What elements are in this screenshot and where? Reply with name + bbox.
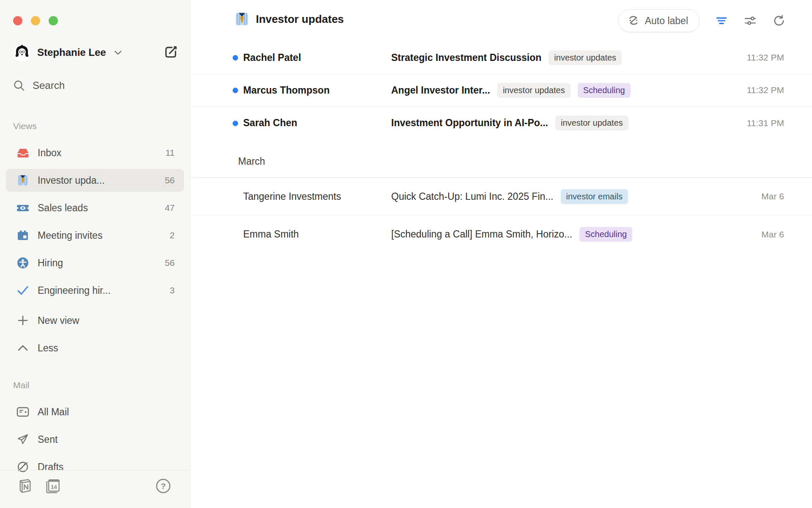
avatar: [13, 44, 31, 61]
necktie-emoji-icon: [16, 174, 29, 186]
email-subject: [Scheduling a Call] Emma Smith, Horizo..…: [391, 229, 572, 240]
sidebar-item-engineering-hiring[interactable]: Engineering hir... 3: [6, 279, 184, 302]
email-sender: Rachel Patel: [243, 52, 391, 64]
calendar-14-icon[interactable]: 14: [45, 478, 60, 494]
search-label: Search: [33, 80, 65, 91]
filter-icon[interactable]: [715, 14, 728, 28]
email-time: Mar 6: [761, 229, 784, 240]
account-switcher[interactable]: Stephanie Lee: [13, 43, 179, 62]
page-title: Investor updates: [256, 13, 344, 26]
sidebar-item-count: 47: [165, 203, 175, 213]
unread-dot: [233, 88, 238, 93]
sidebar-item-all-mail[interactable]: All Mail: [6, 400, 184, 423]
necktie-emoji-icon: [235, 12, 249, 26]
minimize-window-button[interactable]: [31, 16, 40, 25]
help-icon[interactable]: ?: [155, 478, 171, 494]
new-view-button[interactable]: New view: [6, 309, 184, 332]
email-list: Rachel Patel Strategic Investment Discus…: [190, 41, 812, 253]
sidebar-item-label: Investor upda...: [38, 175, 160, 186]
sidebar-item-inbox[interactable]: Inbox 11: [6, 141, 184, 164]
sidebar-item-count: 56: [165, 258, 175, 268]
sidebar: Stephanie Lee Search Views: [0, 0, 190, 508]
inbox-icon: [16, 147, 29, 159]
auto-label-button[interactable]: Auto label: [618, 9, 700, 32]
unread-dot: [233, 121, 238, 126]
sidebar-item-label: Sent: [38, 434, 175, 445]
auto-label-squiggle-icon: [627, 14, 640, 27]
sidebar-item-label: Meeting invites: [38, 230, 165, 241]
checkmark-icon: [16, 284, 29, 296]
calendar-icon: [16, 229, 29, 241]
email-row[interactable]: Sarah Chen Investment Opportunity in AI-…: [190, 107, 812, 139]
views-section-header: Views: [0, 121, 37, 131]
main-panel: Investor updates Auto label: [190, 0, 812, 508]
email-sender: Sarah Chen: [243, 117, 391, 129]
email-subject: Angel Investor Inter...: [391, 85, 490, 96]
label-badge: Scheduling: [579, 227, 632, 242]
email-sender: Emma Smith: [243, 229, 391, 240]
envelope-icon: [16, 406, 29, 418]
notion-icon[interactable]: [18, 478, 32, 494]
sidebar-item-label: Engineering hir...: [38, 285, 165, 296]
zoom-window-button[interactable]: [49, 16, 58, 25]
email-subject: Investment Opportunity in AI-Po...: [391, 117, 548, 129]
refresh-icon[interactable]: [772, 14, 786, 28]
person-circle-icon: [16, 257, 29, 269]
toolbar: Auto label: [618, 9, 786, 32]
email-sender: Tangerine Investments: [243, 191, 391, 202]
sidebar-item-count: 56: [165, 175, 175, 185]
sidebar-item-sent[interactable]: Sent: [6, 428, 184, 451]
auto-label-text: Auto label: [645, 15, 688, 27]
label-badge: investor updates: [549, 50, 622, 65]
email-subject: Quick Catch-Up: Lumi Inc. 2025 Fin...: [391, 191, 554, 202]
sidebar-footer: 14 ?: [0, 470, 190, 508]
email-sender: Marcus Thompson: [243, 85, 391, 96]
sidebar-item-label: Hiring: [38, 257, 160, 269]
sidebar-item-label: Inbox: [38, 147, 160, 159]
sidebar-item-investor-updates[interactable]: Investor upda... 56: [6, 169, 184, 192]
mail-section-header: Mail: [0, 380, 30, 390]
sidebar-item-label: Sales leads: [38, 202, 160, 214]
user-name: Stephanie Lee: [37, 47, 106, 58]
less-button[interactable]: Less: [6, 337, 184, 359]
label-badge: investor updates: [555, 116, 628, 130]
chevron-down-icon: [114, 50, 122, 55]
email-time: Mar 6: [761, 191, 784, 202]
chevron-up-icon: [16, 342, 29, 354]
svg-text:14: 14: [51, 484, 57, 490]
compose-button[interactable]: [164, 45, 179, 60]
email-time: 11:32 PM: [747, 85, 784, 95]
sidebar-item-label: All Mail: [38, 406, 175, 418]
label-badge: Scheduling: [578, 83, 631, 98]
email-time: 11:31 PM: [747, 118, 784, 128]
views-list: Inbox 11 Investor upda... 56: [6, 141, 184, 306]
search-button[interactable]: Search: [13, 80, 65, 91]
email-row[interactable]: Emma Smith [Scheduling a Call] Emma Smit…: [190, 215, 812, 253]
sidebar-item-hiring[interactable]: Hiring 56: [6, 251, 184, 274]
sidebar-item-sales-leads[interactable]: Sales leads 47: [6, 196, 184, 219]
svg-text:?: ?: [161, 482, 166, 491]
sliders-icon[interactable]: [743, 14, 757, 28]
paper-plane-icon: [16, 433, 29, 445]
search-icon: [13, 80, 25, 91]
month-title: March: [238, 156, 265, 167]
views-actions: New view Less: [6, 309, 184, 364]
unread-dot: [233, 55, 238, 61]
sidebar-item-count: 3: [170, 285, 175, 295]
label-badge: investor updates: [497, 83, 571, 98]
new-view-label: New view: [38, 315, 175, 326]
label-badge: investor emails: [561, 189, 628, 204]
month-section-header: March: [190, 139, 812, 178]
sidebar-item-meeting-invites[interactable]: Meeting invites 2: [6, 224, 184, 247]
less-label: Less: [38, 342, 175, 354]
sidebar-item-count: 11: [165, 148, 175, 158]
window-controls: [13, 16, 58, 25]
email-row[interactable]: Rachel Patel Strategic Investment Discus…: [190, 41, 812, 74]
main-header: Investor updates Auto label: [190, 0, 812, 41]
close-window-button[interactable]: [13, 16, 22, 25]
email-row[interactable]: Tangerine Investments Quick Catch-Up: Lu…: [190, 178, 812, 215]
email-subject: Strategic Investment Discussion: [391, 52, 541, 64]
sidebar-item-count: 2: [170, 230, 175, 240]
email-row[interactable]: Marcus Thompson Angel Investor Inter... …: [190, 74, 812, 107]
email-time: 11:32 PM: [747, 52, 784, 63]
